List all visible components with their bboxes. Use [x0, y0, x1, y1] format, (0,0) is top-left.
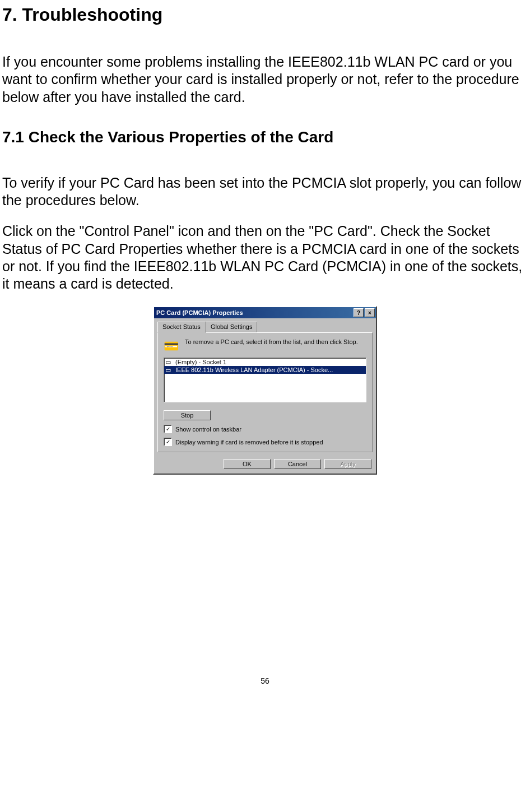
dialog-titlebar: PC Card (PCMCIA) Properties ? ×	[154, 307, 376, 318]
list-item-label: IEEE 802.11b Wireless LAN Adapter (PCMCI…	[175, 366, 333, 373]
checkbox-row-taskbar[interactable]: ✓ Show control on taskbar	[164, 425, 366, 433]
dialog-button-row: OK Cancel Apply	[154, 456, 376, 474]
ok-button[interactable]: OK	[224, 459, 271, 469]
dialog-title: PC Card (PCMCIA) Properties	[155, 309, 243, 316]
list-item-label: (Empty) - Socket 1	[175, 359, 226, 365]
apply-button[interactable]: Apply	[324, 459, 371, 469]
stop-button[interactable]: Stop	[164, 410, 211, 420]
tab-panel-socket-status: 💳 To remove a PC card, select it from th…	[157, 332, 373, 452]
help-button[interactable]: ?	[354, 308, 364, 317]
cancel-button[interactable]: Cancel	[274, 459, 321, 469]
section-heading: 7. Troubleshooting	[2, 4, 528, 25]
tab-socket-status[interactable]: Socket Status	[157, 322, 206, 333]
pc-card-icon: 💳	[164, 338, 179, 354]
checkbox-label: Show control on taskbar	[175, 426, 241, 433]
subsection-heading: 7.1 Check the Various Properties of the …	[2, 128, 528, 146]
body-paragraph-2: Click on the "Control Panel" icon and th…	[2, 222, 528, 293]
body-paragraph-1: To verify if your PC Card has been set i…	[2, 174, 528, 210]
tab-row: Socket Status Global Settings	[154, 318, 376, 332]
checkbox-row-warning[interactable]: ✓ Display warning if card is removed bef…	[164, 438, 366, 446]
slot-icon: ▭	[165, 359, 173, 365]
pc-card-properties-dialog: PC Card (PCMCIA) Properties ? × Socket S…	[153, 306, 377, 475]
page-number: 56	[2, 676, 528, 685]
slot-icon: ▭	[165, 366, 173, 373]
close-button[interactable]: ×	[365, 308, 375, 317]
checkbox-show-taskbar[interactable]: ✓	[164, 425, 172, 433]
socket-listbox[interactable]: ▭ (Empty) - Socket 1 ▭ IEEE 802.11b Wire…	[164, 358, 366, 402]
tab-global-settings[interactable]: Global Settings	[206, 322, 258, 332]
list-item[interactable]: ▭ IEEE 802.11b Wireless LAN Adapter (PCM…	[164, 366, 366, 374]
checkbox-label: Display warning if card is removed befor…	[175, 439, 323, 446]
intro-paragraph: If you encounter some problems installin…	[2, 53, 528, 106]
instruction-text: To remove a PC card, select it from the …	[185, 338, 358, 354]
instruction-row: 💳 To remove a PC card, select it from th…	[164, 338, 366, 354]
checkbox-display-warning[interactable]: ✓	[164, 438, 172, 446]
list-item[interactable]: ▭ (Empty) - Socket 1	[164, 358, 366, 366]
